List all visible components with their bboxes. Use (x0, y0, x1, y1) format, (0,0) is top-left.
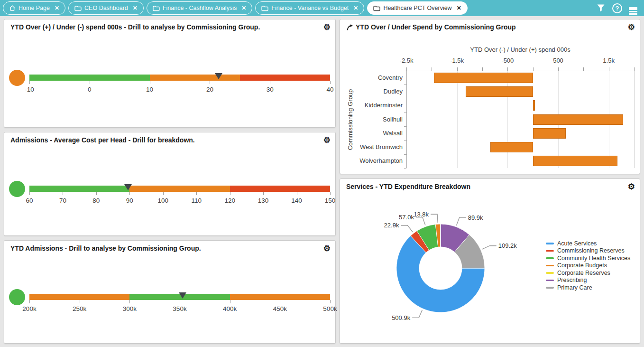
x-tick-mark (457, 67, 458, 71)
gear-icon[interactable]: ⚙ (323, 136, 331, 144)
bar[interactable] (533, 114, 623, 125)
panel-title: Admissions - Average Cost per Head - Dri… (10, 136, 323, 144)
axis-tick-label: 300k (123, 305, 137, 312)
menu-icon[interactable] (629, 6, 637, 9)
gear-icon[interactable]: ⚙ (323, 23, 331, 31)
close-icon[interactable]: ✕ (241, 5, 246, 11)
legend-item-corporate-reserves[interactable]: Corporate Reserves (546, 269, 630, 277)
range-segment (230, 186, 330, 192)
axis-tick (150, 81, 150, 84)
bar[interactable] (434, 73, 533, 83)
status-indicator (9, 70, 25, 86)
tab-label: Healthcare PCT Overview (383, 5, 451, 11)
axis-tick-label: 450k (273, 305, 287, 312)
folder-icon (153, 5, 160, 11)
axis-tick-label: 100 (158, 197, 169, 204)
bar[interactable] (533, 156, 617, 166)
bullet-chart[interactable]: 60708090100110120130140150 (4, 148, 335, 235)
help-icon[interactable]: ? (612, 3, 622, 13)
label-leader-line (401, 225, 413, 232)
x-axis-title: YTD Over (-) / Under (+) spend 000s (406, 46, 634, 53)
tab-home-page[interactable]: Home Page✕ (3, 1, 65, 15)
drill-up-icon[interactable] (346, 24, 353, 31)
home-icon (9, 5, 16, 11)
axis-tick-label: 500k (323, 305, 337, 312)
bullet-track[interactable]: 60708090100110120130140150 (29, 186, 330, 192)
legend-item-commissioning-reserves[interactable]: Commissioning Reserves (546, 247, 630, 255)
panel-ytd-over-under-spend: YTD Over (+) / Under (-) spend 000s - Dr… (4, 19, 336, 128)
axis-tick (210, 81, 210, 84)
tab-finance-cashflow-analysis[interactable]: Finance - Cashflow Analysis✕ (147, 1, 252, 15)
axis-tick (196, 192, 197, 195)
close-icon[interactable]: ✕ (55, 5, 59, 11)
gear-icon[interactable]: ⚙ (628, 183, 635, 191)
help-glyph: ? (612, 3, 622, 13)
x-tick-mark (558, 67, 559, 71)
bullet-chart[interactable]: 200k250k300k350k400k450k500k (4, 256, 335, 343)
slice-data-label: 89.9k (468, 214, 483, 221)
tab-healthcare-pct-overview[interactable]: Healthcare PCT Overview✕ (367, 1, 467, 15)
legend-item-acute-services[interactable]: Acute Services (546, 240, 630, 247)
gridline (457, 71, 458, 168)
x-tick-label: -2.5k (400, 57, 414, 64)
bar[interactable] (466, 86, 533, 97)
axis-tick-label: 70 (59, 197, 66, 204)
legend-item-prescribing[interactable]: Prescribing (546, 277, 630, 284)
close-icon[interactable]: ✕ (353, 5, 358, 11)
axis-tick-label: 130 (258, 197, 269, 204)
legend-swatch (546, 287, 554, 289)
folder-icon (74, 5, 82, 11)
bar[interactable] (533, 100, 535, 111)
axis-tick-label: 60 (26, 197, 33, 204)
axis-tick (29, 81, 30, 84)
panel-header: Admissions - Average Cost per Head - Dri… (4, 132, 335, 148)
panel-title: YTD Admissions - Drill to analyse by Com… (10, 244, 323, 252)
label-leader-line (431, 214, 438, 223)
range-segment (150, 75, 240, 81)
bullet-chart[interactable]: -10010203040 (4, 35, 335, 127)
legend-label: Primary Care (557, 284, 592, 291)
donut-legend: Acute ServicesCommissioning ReservesComm… (546, 240, 630, 291)
panel-admissions-cost-per-head: Admissions - Average Cost per Head - Dri… (4, 132, 336, 236)
donut-slice-corporate-reserves[interactable] (440, 224, 441, 247)
x-tick-mark (533, 67, 534, 71)
plot-right-edge (634, 71, 635, 168)
gear-icon[interactable]: ⚙ (628, 23, 635, 31)
legend-item-primary-care[interactable]: Primary Care (546, 284, 630, 291)
panel-title: YTD Over (+) / Under (-) spend 000s - Dr… (10, 23, 323, 31)
bar[interactable] (533, 128, 566, 139)
tab-ceo-dashboard[interactable]: CEO Dashboard✕ (68, 1, 144, 15)
legend-label: Commissioning Reserves (557, 247, 625, 254)
gear-icon[interactable]: ⚙ (323, 244, 331, 253)
x-tick-label: -500 (501, 57, 514, 64)
legend-label: Corporate Reserves (557, 270, 610, 276)
bullet-track[interactable]: 200k250k300k350k400k450k500k (29, 294, 330, 300)
y-tick-mark (404, 140, 406, 141)
tab-finance-variance-vs-budget[interactable]: Finance - Variance vs Budget✕ (255, 1, 364, 15)
x-tick-label: -1.5k (450, 57, 464, 64)
label-leader-line (482, 246, 496, 250)
bar[interactable] (490, 142, 533, 152)
legend-item-community-health-services[interactable]: Community Health Services (546, 254, 630, 262)
legend-swatch (546, 243, 554, 244)
range-segment (29, 75, 150, 81)
filter-icon[interactable] (596, 3, 606, 13)
legend-swatch (546, 250, 554, 252)
panel-header: YTD Over / Under Spend by Commissioning … (340, 19, 640, 35)
slice-data-label: 500.9k (392, 314, 411, 321)
legend-item-corporate-budgets[interactable]: Corporate Budgets (546, 262, 630, 270)
close-icon[interactable]: ✕ (457, 5, 461, 11)
target-marker (124, 184, 132, 190)
target-marker (179, 292, 186, 299)
x-tick-mark (634, 67, 635, 71)
axis-tick-label: 40 (326, 86, 333, 93)
tab-label: Finance - Variance vs Budget (271, 5, 349, 11)
legend-swatch (546, 272, 554, 274)
range-segment (29, 186, 129, 192)
bullet-track[interactable]: -10010203040 (29, 75, 330, 81)
x-tick-mark (507, 67, 508, 71)
close-icon[interactable]: ✕ (133, 5, 138, 11)
donut-chart: 89.9k109.2k500.9k22.9k57.0k13.8kAcute Se… (340, 194, 640, 343)
x-tick-mark (482, 67, 483, 71)
axis-tick-label: 350k (173, 305, 186, 312)
